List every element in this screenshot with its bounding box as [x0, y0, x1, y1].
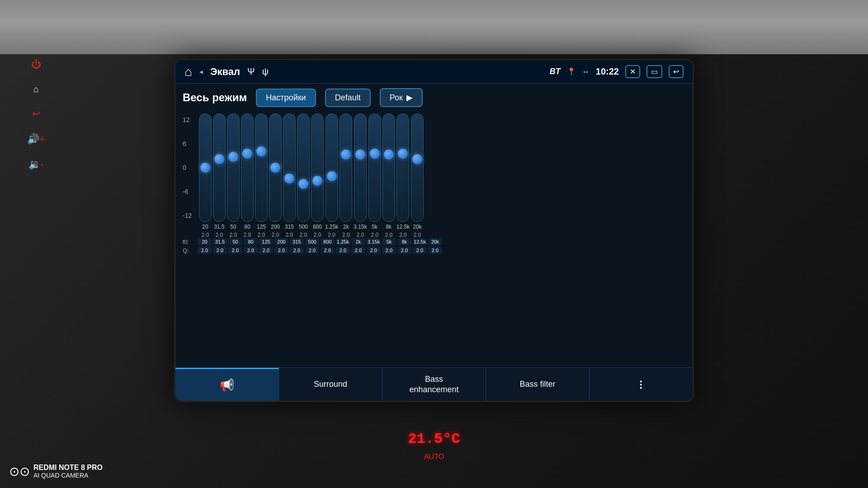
eq-band[interactable]: 3152.0 — [283, 113, 296, 238]
slider-track-1.25k[interactable] — [326, 113, 338, 222]
band-freq-20k: 20k — [413, 224, 421, 230]
band-q-80: 2.0 — [244, 232, 251, 238]
home-side-btn[interactable]: ⌂ — [33, 84, 39, 94]
slider-thumb-20k — [412, 154, 422, 164]
temp-area: AUTO 21.5°C — [424, 453, 444, 461]
band-freq-20: 20 — [202, 224, 208, 230]
band-q-3.15k: 2.0 — [357, 232, 364, 238]
eq-band[interactable]: 12.5k2.0 — [396, 113, 410, 238]
home-icon[interactable]: ⌂ — [184, 65, 192, 79]
slider-thumb-800 — [312, 176, 322, 186]
slider-track-31.5[interactable] — [213, 113, 226, 222]
slider-track-125[interactable] — [255, 113, 268, 222]
eq-band[interactable]: 202.0 — [199, 113, 212, 238]
bass-enhancement-btn[interactable]: Bass enhancement — [382, 368, 486, 401]
slider-thumb-2k — [341, 150, 351, 160]
eq-container: 12 6 0 -6 -12 202.031.52.0502.0802.01252… — [183, 113, 685, 238]
temp-value: 21.5°C — [408, 431, 460, 447]
vol-up-btn[interactable]: 🔊+ — [27, 133, 45, 145]
slider-track-200[interactable] — [269, 113, 282, 222]
eq-band[interactable]: 8002.0 — [311, 113, 324, 238]
q-cell: 2.0 — [244, 247, 258, 254]
surround-btn[interactable]: Surround — [279, 368, 382, 401]
slider-track-20k[interactable] — [411, 113, 424, 222]
eq-band[interactable]: 2k2.0 — [340, 113, 352, 238]
eq-band[interactable]: 5002.0 — [297, 113, 310, 238]
eq-band[interactable]: 1252.0 — [255, 113, 268, 238]
slider-track-80[interactable] — [241, 113, 254, 222]
f0-cell: 20k — [428, 238, 442, 245]
slider-track-3.15k[interactable] — [354, 113, 367, 222]
q-cell: 2.0 — [305, 247, 319, 254]
band-freq-800: 800 — [313, 224, 322, 230]
slider-track-5k[interactable] — [368, 113, 381, 222]
band-freq-315: 315 — [285, 224, 294, 230]
eq-band[interactable]: 802.0 — [241, 113, 254, 238]
slider-thumb-3.15k — [355, 150, 365, 160]
slider-thumb-125 — [256, 146, 266, 156]
f0-cell: 12.5k — [413, 238, 427, 245]
eq-band[interactable]: 2002.0 — [269, 113, 282, 238]
band-freq-200: 200 — [271, 224, 280, 230]
device-brand: REDMI NOTE 8 PRO — [33, 464, 103, 472]
slider-track-50[interactable] — [227, 113, 240, 222]
slider-track-800[interactable] — [311, 113, 324, 222]
slider-thumb-1.25k — [327, 171, 337, 181]
back-btn[interactable]: ↩ — [669, 65, 684, 78]
eq-band[interactable]: 1.25k2.0 — [325, 113, 338, 238]
slider-track-500[interactable] — [297, 113, 310, 222]
window-btn[interactable]: ▭ — [646, 65, 662, 78]
nav-arrow: ◂ — [199, 67, 203, 76]
q-cell: 2.0 — [367, 247, 381, 254]
f0-cell: 2k — [351, 238, 365, 245]
q-cell: 2.0 — [290, 247, 304, 254]
band-freq-8k: 8k — [386, 224, 392, 230]
default-btn[interactable]: Default — [325, 89, 371, 107]
eq-band[interactable]: 3.15k2.0 — [354, 113, 367, 238]
slider-track-315[interactable] — [283, 113, 296, 222]
dots-icon: ↔ — [582, 68, 590, 76]
close-btn[interactable]: ✕ — [625, 65, 640, 78]
vol-down-btn[interactable]: 🔉- — [28, 159, 44, 170]
dashboard-top — [0, 0, 868, 54]
slider-track-20[interactable] — [199, 113, 212, 222]
eq-band[interactable]: 8k2.0 — [382, 113, 395, 238]
band-q-20k: 2.0 — [414, 232, 421, 238]
bottom-bar: 📢 Surround Bass enhancement Bass filter … — [175, 367, 693, 401]
band-q-5k: 2.0 — [371, 232, 378, 238]
slider-thumb-8k — [384, 150, 394, 160]
equalizer-btn[interactable]: ⫶ — [590, 368, 693, 401]
preset-label: Рок — [390, 93, 403, 103]
slider-thumb-31.5 — [214, 154, 224, 164]
f0-cell: 80 — [244, 238, 258, 245]
band-freq-31.5: 31.5 — [214, 224, 224, 230]
surround-label: Surround — [314, 380, 347, 389]
slider-track-2k[interactable] — [340, 113, 352, 222]
band-q-50: 2.0 — [230, 232, 237, 238]
q-row: Q:2.02.02.02.02.02.02.02.02.02.02.02.02.… — [183, 247, 685, 254]
band-freq-80: 80 — [244, 224, 250, 230]
eq-band[interactable]: 20k2.0 — [411, 113, 424, 238]
q-cell: 2.0 — [274, 247, 288, 254]
q-cell: 2.0 — [428, 247, 442, 254]
band-freq-2k: 2k — [343, 224, 349, 230]
eq-band[interactable]: 5k2.0 — [368, 113, 381, 238]
bass-filter-label: Bass filter — [519, 380, 555, 389]
speaker-btn[interactable]: 📢 — [175, 368, 279, 401]
bass-filter-btn[interactable]: Bass filter — [486, 368, 590, 401]
eq-band[interactable]: 31.52.0 — [213, 113, 226, 238]
preset-btn[interactable]: Рок ▶ — [380, 88, 423, 107]
settings-btn[interactable]: Настройки — [256, 89, 316, 107]
slider-track-12.5k[interactable] — [396, 113, 409, 222]
slider-track-8k[interactable] — [382, 113, 395, 222]
preset-arrow-icon: ▶ — [406, 93, 413, 103]
power-btn[interactable]: ⏻ — [31, 59, 41, 70]
eq-wrapper: Весь режим Настройки Default Рок ▶ 12 — [183, 88, 685, 359]
band-q-8k: 2.0 — [385, 232, 392, 238]
f0-label: f0: — [183, 239, 196, 245]
band-q-315: 2.0 — [286, 232, 293, 238]
eq-band[interactable]: 502.0 — [227, 113, 240, 238]
equalizer-icon: ⫶ — [638, 377, 644, 392]
back-side-btn[interactable]: ↩ — [32, 108, 40, 120]
slider-thumb-315 — [284, 174, 294, 183]
